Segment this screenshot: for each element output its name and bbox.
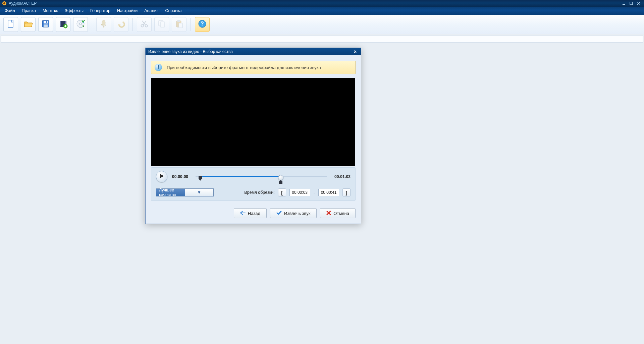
svg-text:?: ? [201, 21, 204, 26]
svg-point-1 [3, 2, 5, 4]
trim-start-marker[interactable] [198, 176, 202, 182]
menu-generator[interactable]: Генератор [87, 7, 114, 14]
menu-edit[interactable]: Правка [18, 7, 39, 14]
trim-set-start-button[interactable]: [ [278, 188, 286, 196]
extract-button-label: Извлечь звук [284, 211, 310, 216]
toolbar-import-video-button[interactable] [56, 17, 70, 32]
info-strip [1, 35, 643, 43]
trim-end-marker[interactable] [278, 175, 283, 180]
undo-icon [116, 19, 126, 30]
menu-help[interactable]: Справка [162, 7, 185, 14]
cancel-button-label: Отмена [333, 211, 349, 216]
time-total: 00:01:02 [332, 174, 351, 179]
cancel-icon [326, 211, 331, 216]
svg-rect-10 [60, 21, 61, 26]
player-controls: 00:00:00 00:01:02 Лучшее качество [151, 167, 356, 201]
quality-value: Лучшее качество [156, 188, 185, 197]
toolbar-record-button[interactable] [96, 17, 111, 32]
info-icon: i [155, 64, 162, 71]
titlebar: АудиоМАСТЕР [0, 0, 644, 7]
quality-combobox[interactable]: Лучшее качество ▼ [156, 188, 214, 196]
dialog-hint-box: i При необходимости выберите фрагмент ви… [151, 61, 356, 74]
minimize-button[interactable] [621, 1, 627, 6]
svg-rect-3 [630, 2, 633, 5]
svg-rect-6 [44, 21, 48, 23]
folder-open-icon [23, 19, 33, 30]
trim-dash: - [314, 190, 315, 195]
toolbar-cut-button[interactable] [137, 17, 152, 32]
chevron-down-icon: ▼ [185, 189, 214, 196]
trim-end-input[interactable] [318, 189, 339, 196]
svg-rect-21 [177, 20, 180, 22]
time-current: 00:00:00 [172, 174, 191, 179]
play-button[interactable] [156, 171, 167, 182]
close-button[interactable] [635, 1, 642, 6]
app-logo-icon [2, 1, 7, 6]
new-file-icon [6, 19, 15, 30]
svg-point-14 [79, 23, 82, 25]
toolbar-new-button[interactable] [3, 17, 18, 32]
copy-icon [157, 19, 166, 30]
toolbar-paste-button[interactable] [172, 17, 186, 32]
svg-rect-22 [179, 23, 182, 28]
svg-rect-7 [44, 24, 48, 27]
svg-rect-19 [160, 22, 165, 27]
toolbar-undo-button[interactable] [114, 17, 128, 32]
extract-audio-dialog: Извлечение звука из видео - Выбор качест… [145, 48, 361, 224]
toolbar-separator [92, 18, 92, 31]
menu-effects[interactable]: Эффекты [61, 7, 87, 14]
menu-settings[interactable]: Настройки [114, 7, 141, 14]
menu-montage[interactable]: Монтаж [39, 7, 61, 14]
dialog-footer: Назад Извлечь звук Отмена [146, 204, 361, 224]
video-preview [151, 78, 355, 166]
svg-rect-4 [8, 20, 13, 27]
paste-icon [174, 19, 184, 30]
dialog-hint-text: При необходимости выберите фрагмент виде… [167, 65, 321, 70]
help-icon: ? [198, 19, 207, 30]
menubar: Файл Правка Монтаж Эффекты Генератор Нас… [0, 7, 644, 15]
toolbar-help-button[interactable]: ? [195, 17, 210, 32]
seek-slider[interactable] [196, 173, 327, 181]
toolbar: ? [0, 15, 644, 34]
video-import-icon [58, 19, 68, 30]
back-button-label: Назад [248, 211, 260, 216]
toolbar-separator [132, 18, 133, 31]
check-icon [276, 211, 282, 216]
menu-analysis[interactable]: Анализ [141, 7, 162, 14]
toolbar-save-button[interactable] [38, 17, 53, 32]
toolbar-copy-button[interactable] [154, 17, 169, 32]
trim-label: Время обрезки: [244, 190, 274, 195]
save-icon [41, 19, 50, 30]
dialog-title: Извлечение звука из видео - Выбор качест… [148, 49, 233, 54]
cancel-button[interactable]: Отмена [320, 208, 356, 218]
trim-set-end-button[interactable]: ] [342, 188, 351, 196]
extract-button[interactable]: Извлечь звук [270, 208, 317, 218]
disc-icon [76, 19, 85, 30]
microphone-icon [99, 19, 108, 30]
toolbar-cd-button[interactable] [73, 17, 88, 32]
svg-point-15 [102, 20, 105, 25]
dialog-titlebar: Извлечение звука из видео - Выбор качест… [146, 48, 361, 55]
trim-start-input[interactable] [289, 189, 310, 196]
scissors-icon [140, 19, 149, 30]
play-icon [159, 174, 164, 180]
app-title: АудиоМАСТЕР [9, 1, 37, 6]
slider-fill [201, 176, 280, 177]
svg-rect-8 [46, 21, 47, 23]
slider-thumb-icon [278, 175, 283, 180]
menu-file[interactable]: Файл [1, 7, 18, 14]
back-button[interactable]: Назад [234, 208, 267, 218]
dialog-close-button[interactable]: × [352, 49, 358, 54]
maximize-button[interactable] [628, 1, 635, 6]
toolbar-separator [191, 18, 191, 31]
toolbar-open-button[interactable] [21, 17, 36, 32]
svg-rect-2 [623, 4, 625, 5]
arrow-left-icon [240, 211, 246, 216]
